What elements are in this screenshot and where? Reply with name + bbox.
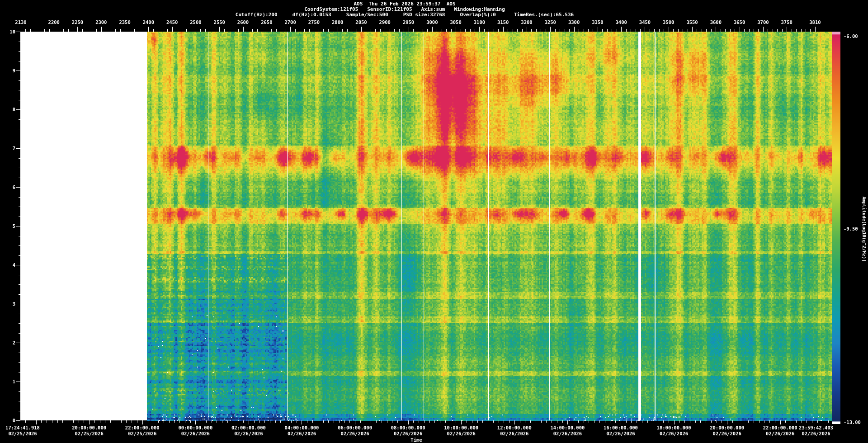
date-tick-label: 02/26/2026 [181,431,210,436]
time-tick-label: 02:00:00.000 [231,425,266,430]
freq-axis-tick-label: 3 [13,302,15,306]
top-axis-tick-label: 2850 [355,20,367,25]
time-tick-label: 22:00:00.000 [125,425,160,430]
freq-axis-tick-label: 8 [13,107,15,112]
date-tick-label: 02/26/2026 [447,431,476,436]
top-axis-tick-label: 2350 [119,20,130,25]
top-axis-tick-label: 3200 [521,20,532,25]
top-axis-tick-label: 3500 [663,20,674,25]
time-tick-label: 20:00:00.000 [710,425,744,430]
time-tick-label: 10:00:00.000 [444,425,478,430]
freq-axis-tick-label: 1 [13,379,15,384]
time-tick-label: 04:00:00.000 [285,425,319,430]
time-tick-label: 16:00:00.000 [604,425,638,430]
top-axis-tick-label: 3750 [781,20,793,25]
time-tick-label: 23:59:42.403 [799,425,833,430]
top-axis-tick-label: 2600 [237,20,249,25]
top-axis-tick-label: 3100 [474,20,485,25]
freq-axis-tick-label: 10 [9,29,15,34]
time-axis-title: Time [410,438,422,443]
time-tick-label: 12:00:00.000 [497,425,532,430]
spectrogram-canvas [0,0,868,443]
top-axis-tick-label: 2200 [48,20,60,25]
date-tick-label: 02/26/2026 [766,431,794,436]
top-axis-tick-label: 3150 [497,20,509,25]
top-axis-tick-label: 2800 [332,20,343,25]
top-axis-tick-label: 2450 [166,20,178,25]
colorbar-max-label: -6.00 [844,34,858,39]
top-axis-tick-label: 3600 [710,20,722,25]
time-tick-label: 17:24:41.918 [5,425,40,430]
time-tick-label: 08:00:00.000 [391,425,425,430]
amplitude-axis-title: Amplitude(Log10(g^2/Hz)) [862,197,867,262]
top-axis-tick-label: 2650 [261,20,272,25]
date-tick-label: 02/26/2026 [500,431,528,436]
top-axis-tick-label: 2250 [72,20,83,25]
top-axis-tick-label: 2700 [284,20,296,25]
time-tick-label: 22:00:00.000 [763,425,797,430]
date-tick-label: 02/26/2026 [553,431,582,436]
top-axis-tick-label: 2300 [95,20,107,25]
top-axis-tick-label: 3650 [734,20,745,25]
time-tick-label: 18:00:00.000 [657,425,691,430]
freq-axis-tick-label: 0 [13,418,15,423]
top-axis-tick-label: 2750 [308,20,320,25]
top-axis-tick-label: 3810 [809,20,821,25]
time-tick-label: 14:00:00.000 [550,425,585,430]
freq-axis-tick-label: 4 [13,263,15,268]
top-axis-tick-label: 3450 [639,20,651,25]
top-axis-tick-label: 3300 [568,20,580,25]
date-tick-label: 02/26/2026 [802,431,830,436]
time-tick-label: 00:00:00.000 [178,425,212,430]
top-axis-tick-label: 3700 [757,20,769,25]
freq-axis-tick-label: 6 [13,185,15,190]
freq-axis-tick-label: 2 [13,340,15,345]
top-axis-tick-label: 2400 [143,20,154,25]
colorbar-mid-label: -9.50 [844,226,858,231]
top-axis-tick-label: 3550 [686,20,698,25]
date-tick-label: 02/25/2026 [128,431,156,436]
top-axis-tick-label: 3350 [592,20,603,25]
time-tick-label: 20:00:00.000 [72,425,106,430]
freq-axis-tick-label: 5 [13,224,15,229]
top-axis-tick-label: 2500 [190,20,201,25]
date-tick-label: 02/26/2026 [394,431,422,436]
aos-spectrogram-viewer: AOS Thu 26 Feb 2026 23:59:37 AOS CoordSy… [0,0,868,443]
date-tick-label: 02/26/2026 [234,431,263,436]
date-tick-label: 02/25/2026 [8,431,37,436]
freq-axis-tick-label: 7 [13,146,15,151]
top-axis-tick-label: 2550 [214,20,225,25]
freq-axis-tick-label: 9 [13,68,15,73]
date-tick-label: 02/26/2026 [340,431,369,436]
date-tick-label: 02/26/2026 [660,431,688,436]
header-processing-params: Cutoff(Hz):200 df(Hz):0.0153 Sample/Sec:… [179,12,631,18]
top-axis-tick-label: 3050 [450,20,461,25]
top-axis-tick-label: 3000 [426,20,438,25]
top-axis-tick-label: 2130 [15,20,26,25]
time-tick-label: 06:00:00.000 [338,425,372,430]
top-axis-tick-label: 3250 [545,20,556,25]
top-axis-tick-label: 3400 [616,20,627,25]
top-axis-tick-label: 2900 [379,20,391,25]
top-axis-tick-label: 2950 [403,20,414,25]
date-tick-label: 02/26/2026 [606,431,635,436]
date-tick-label: 02/25/2026 [75,431,104,436]
colorbar-min-label: -13.00 [844,420,861,425]
date-tick-label: 02/26/2026 [288,431,316,436]
date-tick-label: 02/26/2026 [713,431,741,436]
